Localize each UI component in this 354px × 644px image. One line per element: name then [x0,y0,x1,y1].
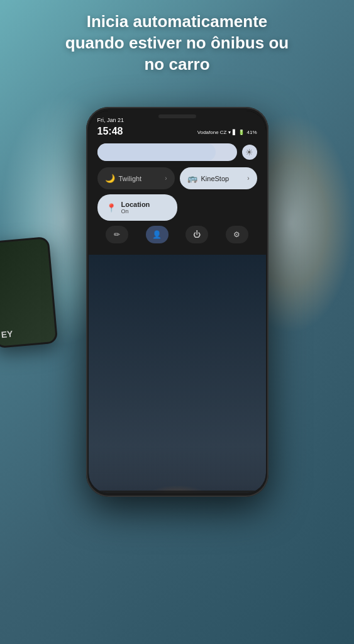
brightness-icon: ☀ [242,145,257,160]
wifi-icon: ▾ [228,130,231,135]
person-button[interactable]: 👤 [146,226,169,243]
power-icon: ⏻ [193,230,201,239]
status-right: Vodafone CZ ▾ ▋ 🔋 41% [197,130,257,135]
app-overlay: ⏳ ℹ ⏻ Start/Stop ≡ 🚌 [89,491,266,493]
twilight-label: Twilight [119,175,162,182]
settings-button[interactable]: ⚙ [226,226,248,243]
kinestop-label: KineStop [201,175,244,182]
kinestop-arrow: › [247,175,249,182]
status-date: Fri, Jan 21 [97,117,124,123]
secondary-phone: EY [0,236,58,348]
phone-body: Fri, Jan 21 15:48 Vodafone CZ ▾ ▋ 🔋 41% [86,107,268,497]
qs-bottom-controls: ✏ 👤 ⏻ ⚙ [97,221,257,247]
location-icon: 📍 [106,203,116,213]
main-phone: Fri, Jan 21 15:48 Vodafone CZ ▾ ▋ 🔋 41% [86,107,268,497]
tiles-row-1: 🌙 Twilight › 🚌 KineStop › [97,167,257,189]
phone-speaker [158,114,196,118]
battery-icon: 🔋 [238,130,245,135]
twilight-icon: 🌙 [105,174,115,183]
secondary-phone-text: EY [1,329,13,340]
location-tile[interactable]: 📍 Location On [97,194,177,221]
wallpaper-scene [89,255,266,493]
location-content: Location On [121,201,150,214]
brightness-fill [97,143,216,161]
header-text: Inicia automaticamente quando estiver no… [0,11,354,75]
person-icon: 👤 [152,230,162,239]
edit-button[interactable]: ✏ [106,226,128,243]
quick-settings-panel: Fri, Jan 21 15:48 Vodafone CZ ▾ ▋ 🔋 41% [89,111,266,255]
secondary-phone-screen: EY [0,238,56,347]
signal-icon: ▋ [233,130,236,135]
twilight-tile[interactable]: 🌙 Twilight › [97,167,175,189]
edit-icon: ✏ [114,230,120,239]
secondary-phone-content [0,238,48,251]
power-button[interactable]: ⏻ [185,226,208,243]
brightness-row: ☀ [97,143,257,161]
kinestop-icon: 🚌 [187,174,197,183]
home-screen: ⏳ ℹ ⏻ Start/Stop ≡ 🚌 [89,255,266,493]
carrier-label: Vodafone CZ [197,130,227,135]
settings-icon: ⚙ [233,230,240,239]
battery-label: 41% [246,130,257,135]
header-line3: no carro [144,55,209,74]
brightness-slider[interactable] [97,143,237,161]
water-dark-overlay [89,446,266,493]
status-time: 15:48 [97,126,123,137]
location-status: On [121,208,150,214]
phone-screen: Fri, Jan 21 15:48 Vodafone CZ ▾ ▋ 🔋 41% [89,111,266,493]
kinestop-tile[interactable]: 🚌 KineStop › [180,167,257,189]
header-line1: Inicia automaticamente [87,12,268,31]
header-line2: quando estiver no ônibus ou [65,33,289,52]
twilight-arrow: › [165,175,167,182]
location-label: Location [121,201,150,208]
